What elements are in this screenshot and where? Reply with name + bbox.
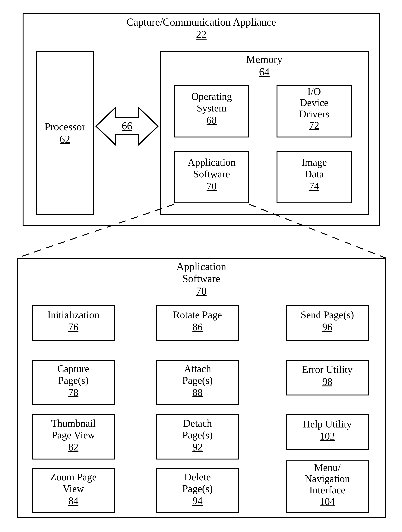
diagram-canvas: Capture/Communication Appliance 22 Proce…	[7, 7, 395, 525]
delete-l1: Delete	[184, 471, 211, 483]
menu-ref: 104	[320, 496, 335, 507]
menu-l1: Menu/	[314, 462, 341, 473]
zoom-l1: Zoom Page	[50, 471, 97, 483]
svg-line-1	[17, 204, 174, 258]
capture-l2: Page(s)	[58, 375, 89, 386]
zoom-l2: View	[63, 483, 84, 494]
initialization-ref: 76	[68, 321, 78, 333]
box-help-utility: Help Utility 102	[286, 414, 369, 450]
rotate-l1: Rotate Page	[173, 309, 222, 321]
rotate-ref: 86	[192, 321, 203, 333]
error-l1: Error Utility	[302, 364, 353, 375]
box-initialization: Initialization 76	[32, 305, 115, 341]
capture-l1: Capture	[57, 363, 90, 374]
help-l1: Help Utility	[303, 418, 352, 430]
menu-l3: Interface	[309, 484, 345, 496]
detach-l1: Detach	[183, 418, 212, 429]
thumb-l1: Thumbnail	[51, 418, 96, 429]
box-capture-pages: Capture Page(s) 78	[32, 360, 115, 405]
error-ref: 98	[322, 376, 332, 387]
box-delete-pages: Delete Page(s) 94	[156, 468, 239, 513]
detach-ref: 92	[192, 441, 203, 453]
attach-l2: Page(s)	[182, 375, 213, 386]
box-detach-pages: Detach Page(s) 92	[156, 414, 239, 460]
thumb-ref: 82	[68, 441, 78, 453]
zoom-ref: 84	[68, 495, 78, 507]
capture-ref: 78	[68, 387, 78, 398]
appsoft-detail-ref: 70	[196, 285, 207, 297]
delete-ref: 94	[192, 495, 203, 507]
appsoft-detail-l2: Software	[182, 273, 220, 284]
box-menu-nav: Menu/ Navigation Interface 104	[286, 460, 369, 513]
box-attach-pages: Attach Page(s) 88	[156, 360, 239, 405]
initialization-l1: Initialization	[47, 309, 99, 321]
send-ref: 96	[322, 321, 332, 333]
box-rotate-page: Rotate Page 86	[156, 305, 239, 341]
box-send-pages: Send Page(s) 96	[286, 305, 369, 341]
appsoft-detail-l1: Application	[176, 261, 226, 272]
appsoft-detail-title-block: Application Software 70	[18, 259, 385, 297]
detach-l2: Page(s)	[182, 429, 213, 441]
delete-l2: Page(s)	[182, 483, 213, 494]
svg-line-2	[249, 204, 386, 258]
thumb-l2: Page View	[52, 429, 95, 441]
attach-ref: 88	[192, 387, 203, 398]
send-l1: Send Page(s)	[301, 309, 354, 321]
box-error-utility: Error Utility 98	[286, 360, 369, 395]
box-thumbnail-view: Thumbnail Page View 82	[32, 414, 115, 460]
menu-l2: Navigation	[305, 473, 350, 484]
box-zoom-view: Zoom Page View 84	[32, 468, 115, 513]
attach-l1: Attach	[184, 363, 211, 374]
help-ref: 102	[320, 430, 335, 442]
